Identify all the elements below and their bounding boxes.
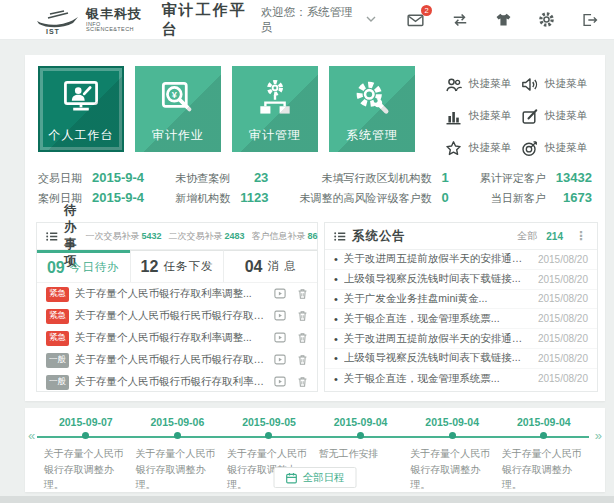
announcement-item[interactable]: •上级领导视察反洗钱时间表下载链接...2015/08/20	[325, 270, 597, 290]
todo-item[interactable]: 紧急 关于存量个人民币银行存取利率调整...	[37, 327, 317, 349]
announcement-item[interactable]: •关于改进周五提前放假半天的安排通知...2015/08/20	[325, 329, 597, 349]
tab-task-dispatch[interactable]: 12 任务下发	[130, 250, 224, 282]
timeline-dot	[82, 432, 89, 439]
target-icon	[521, 140, 538, 157]
quick-menu-reports[interactable]: 快捷菜单	[445, 101, 521, 131]
theme-icon[interactable]	[495, 12, 512, 28]
timeline-dot	[357, 432, 364, 439]
quick-menu-users[interactable]: 快捷菜单	[445, 69, 521, 99]
quick-menu-label: 快捷菜单	[469, 77, 511, 91]
stats-group-pending: 未填写行政区划机构数1 未调整的高风险评级客户数0	[299, 167, 448, 209]
tile-audit-operation[interactable]: ¥ 审计作业	[135, 66, 221, 152]
timeline-dot	[540, 432, 547, 439]
speaker-icon	[521, 76, 538, 93]
trash-icon[interactable]	[297, 332, 308, 344]
stat-value: 23	[240, 169, 268, 187]
forward-icon[interactable]	[274, 310, 286, 322]
quick-menu-favorites[interactable]: 快捷菜单	[445, 133, 521, 163]
todo-item[interactable]: 紧急 关于存量个人民币银行存取利率调整...	[37, 283, 317, 305]
todo-title: 关于存量个人人民币银行民币银行存取利率调整...	[75, 309, 266, 323]
bullet-icon: •	[334, 352, 338, 364]
bullet-icon: •	[334, 273, 338, 285]
tile-label: 系统管理	[346, 127, 398, 144]
todo-title: 关于存量个人民币银行人民币银行存取利率调整...	[75, 353, 266, 367]
message-icon[interactable]: 2	[406, 11, 425, 28]
tab-today-todo[interactable]: 09 今日待办	[37, 250, 130, 282]
stat-label: 未调整的高风险评级客户数	[299, 189, 441, 207]
top-header: IST 银丰科技 INFO SCIENCE&TECH 审计工作平台 欢迎您：系统…	[0, 0, 614, 40]
todo-item[interactable]: 一般 关于存量个人民币银行人民币银行存取利率调整...	[37, 349, 317, 371]
footer-strip	[0, 496, 614, 503]
trash-icon[interactable]	[297, 310, 308, 322]
priority-badge: 一般	[46, 375, 69, 390]
forward-icon[interactable]	[274, 376, 286, 388]
tile-system-management[interactable]: 系统管理	[329, 66, 415, 152]
brand-name-en: INFO SCIENCE&TECH	[86, 22, 147, 33]
priority-badge: 紧急	[46, 309, 69, 324]
brand-abbr: IST	[46, 28, 60, 35]
timeline-entry[interactable]: 2015-09-07 关于存量个人民币银行存取调整办理。	[40, 416, 132, 493]
trash-icon[interactable]	[297, 354, 308, 366]
announcement-item[interactable]: •关于银企直连，现金管理系统票...2015/08/20	[325, 309, 597, 329]
swap-icon[interactable]	[451, 12, 469, 28]
bar-chart-icon	[445, 108, 462, 125]
tile-audit-management[interactable]: 审计管理	[232, 66, 318, 152]
forward-icon[interactable]	[274, 354, 286, 366]
quick-menu-label: 快捷菜单	[545, 109, 587, 123]
trash-icon[interactable]	[297, 288, 308, 300]
announcement-item[interactable]: •上级领导视察反洗钱时间表下载链接...2015/08/20	[325, 349, 597, 369]
tab-messages[interactable]: 04 消 息	[223, 250, 317, 282]
settings-icon[interactable]	[538, 11, 555, 28]
timeline-prev-icon[interactable]: «	[28, 428, 35, 443]
quick-menu-edit[interactable]: 快捷菜单	[521, 101, 597, 131]
todo-title: 关于存量个人民币银行币银行存取利率调整...	[75, 375, 266, 389]
brand-name: 银丰科技	[86, 7, 147, 20]
forward-icon[interactable]	[274, 332, 286, 344]
forward-icon[interactable]	[274, 288, 286, 300]
logout-icon[interactable]	[581, 12, 598, 28]
stat-value: 2015-9-4	[92, 189, 144, 207]
star-icon	[445, 140, 462, 157]
announcement-panel-title: 系统公告	[352, 228, 406, 245]
edit-icon	[521, 108, 538, 125]
kpi-stats-row: 交易日期2015-9-4 案例日期2015-9-4 未协查案例23 新增机构数1…	[38, 167, 592, 209]
announcement-item[interactable]: •关于改进周五提前放假半天的安排通知...2015/08/20	[325, 250, 597, 270]
module-tiles: 个人工作台 ¥ 审计作业	[38, 66, 415, 152]
trash-icon[interactable]	[297, 376, 308, 388]
timeline-entry[interactable]: 2015-09-04 关于存量个人民币银行存取调整办理。	[406, 416, 498, 493]
all-schedule-button[interactable]: 全部日程	[274, 467, 357, 488]
audit-magnifier-yen-icon: ¥	[156, 75, 200, 121]
svg-text:¥: ¥	[172, 89, 178, 99]
gear-orgchart-icon	[253, 75, 297, 121]
todo-tabs: 09 今日待办 12 任务下发 04 消 息	[37, 250, 317, 283]
counter-customer-info: 客户信息补录86	[252, 230, 318, 243]
quick-menu-target[interactable]: 快捷菜单	[521, 133, 597, 163]
all-link[interactable]: 全部	[517, 229, 537, 243]
todo-item[interactable]: 一般 关于存量个人民币银行币银行存取利率调整...	[37, 371, 317, 393]
tile-personal-workbench[interactable]: 个人工作台	[38, 66, 124, 152]
timeline-entry[interactable]: 2015-09-04 关于存量个人民币银行存取调整办理。	[498, 416, 590, 493]
dashboard-card: 个人工作台 ¥ 审计作业	[25, 55, 605, 401]
stat-label: 新增机构数	[175, 189, 240, 207]
announcement-item[interactable]: •关于广发金业务挂盘mini黄金...2015/08/20	[325, 290, 597, 310]
announcement-item[interactable]: •关于银企直连，现金管理系统票...2015/08/20	[325, 369, 597, 389]
counter-second-supplement: 二次交易补录2483	[169, 230, 245, 243]
more-menu-icon[interactable]: ⋮	[573, 229, 589, 243]
todo-item[interactable]: 紧急 关于存量个人人民币银行民币银行存取利率调整...	[37, 305, 317, 327]
stats-group-dates: 交易日期2015-9-4 案例日期2015-9-4	[38, 167, 144, 209]
quick-menu-announce[interactable]: 快捷菜单	[521, 69, 597, 99]
list-icon	[333, 230, 346, 243]
counter-first-supplement: 一次交易补录5432	[86, 230, 162, 243]
brand-logo: IST 银丰科技 INFO SCIENCE&TECH	[34, 7, 147, 33]
timeline-entry[interactable]: 2015-09-06 关于存量个人民币银行存取调整办理。	[132, 416, 224, 493]
quick-menu-grid: 快捷菜单 快捷菜单 快捷菜单 快捷菜单 快捷菜单	[445, 69, 597, 163]
timeline-dot	[449, 432, 456, 439]
users-icon	[445, 76, 462, 93]
timeline-next-icon[interactable]: »	[595, 428, 602, 443]
all-count: 214	[546, 231, 563, 242]
timeline-dot	[265, 432, 272, 439]
stats-group-cases: 未协查案例23 新增机构数1123	[175, 167, 268, 209]
quick-menu-label: 快捷菜单	[545, 141, 587, 155]
user-menu[interactable]: 欢迎您：系统管理员	[261, 5, 376, 35]
todo-title: 关于存量个人民币银行存取利率调整...	[75, 331, 266, 345]
